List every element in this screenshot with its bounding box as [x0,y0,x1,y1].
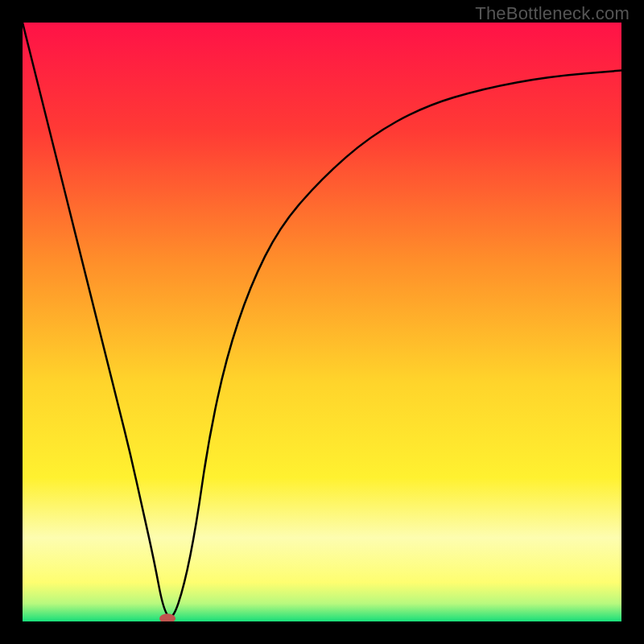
chart-frame: TheBottleneck.com [0,0,644,644]
watermark-text: TheBottleneck.com [475,3,630,24]
plot-background [23,23,621,621]
chart-svg [23,23,621,621]
plot-area [23,23,621,621]
